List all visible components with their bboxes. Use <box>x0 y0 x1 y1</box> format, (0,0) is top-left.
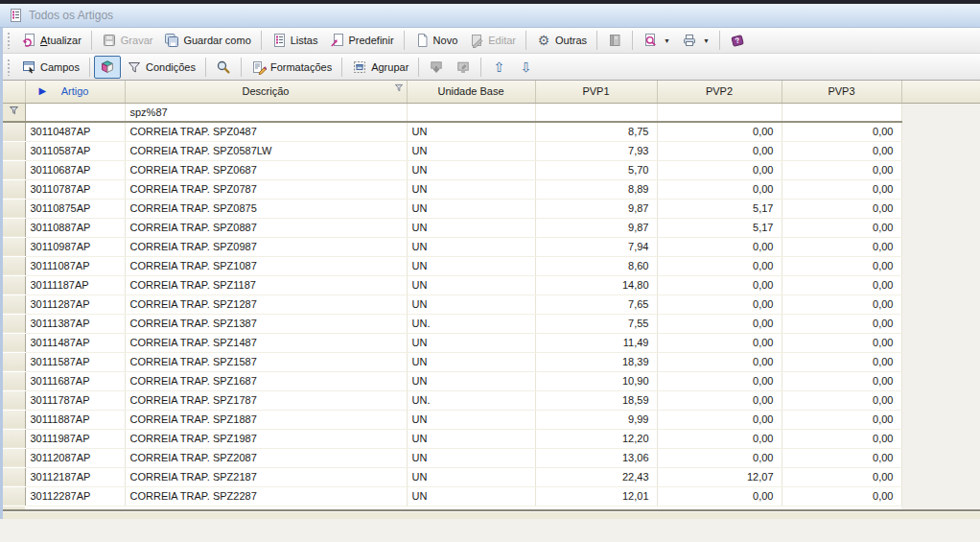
pvp2-cell[interactable]: 0,00 <box>657 448 782 467</box>
artigo-cell[interactable]: 30110587AP <box>25 141 125 160</box>
unidade-cell[interactable]: UN <box>407 410 535 429</box>
pvp3-cell[interactable]: 0,00 <box>782 256 901 275</box>
pvp2-cell[interactable]: 5,17 <box>657 199 782 218</box>
pvp2-cell[interactable]: 0,00 <box>657 141 782 160</box>
artigo-cell[interactable]: 30110487AP <box>25 122 125 141</box>
unidade-cell[interactable]: UN <box>407 160 535 179</box>
column-header-unidade[interactable]: Unidade Base <box>407 81 535 103</box>
descricao-cell[interactable]: CORREIA TRAP. SPZ1787 <box>125 390 407 410</box>
artigo-cell[interactable]: 30112187AP <box>25 467 125 486</box>
unidade-cell[interactable]: UN <box>407 448 535 467</box>
table-row[interactable]: 30111587AP CORREIA TRAP. SPZ1587 UN 18,3… <box>3 352 980 371</box>
pvp1-cell[interactable]: 7,93 <box>535 141 657 160</box>
table-row[interactable]: 30111987AP CORREIA TRAP. SPZ1987 UN 12,2… <box>3 429 980 448</box>
guardar-como-button[interactable]: Guardar como <box>158 29 256 52</box>
descricao-cell[interactable]: CORREIA TRAP. SPZ0587LW <box>125 141 407 160</box>
table-row[interactable]: 30110875AP CORREIA TRAP. SPZ0875 UN 9,87… <box>3 199 980 218</box>
print-preview-button[interactable]: ▼ <box>637 29 676 52</box>
descricao-cell[interactable]: CORREIA TRAP. SPZ1887 <box>125 410 407 429</box>
unidade-cell[interactable]: UN. <box>407 314 535 333</box>
descricao-cell[interactable]: CORREIA TRAP. SPZ0987 <box>125 237 407 256</box>
row-indicator[interactable] <box>3 486 25 506</box>
condicoes-button[interactable]: Condições <box>121 56 201 79</box>
filter-pvp3-cell[interactable] <box>782 103 901 122</box>
descricao-cell[interactable]: CORREIA TRAP. SPZ1687 <box>125 371 407 390</box>
pvp1-cell[interactable]: 18,59 <box>535 390 657 410</box>
table-row[interactable]: 30110887AP CORREIA TRAP. SPZ0887 UN 9,87… <box>3 218 980 237</box>
table-row[interactable]: 30111387AP CORREIA TRAP. SPZ1387 UN. 7,5… <box>3 314 980 333</box>
toolbar-gripper[interactable] <box>7 32 12 49</box>
artigo-cell[interactable]: 30111587AP <box>25 352 125 371</box>
unidade-cell[interactable]: UN <box>407 237 535 256</box>
artigo-cell[interactable]: 30111187AP <box>25 275 125 295</box>
pvp3-cell[interactable]: 0,00 <box>782 390 901 410</box>
artigo-cell[interactable]: 30110887AP <box>25 218 125 237</box>
pvp1-cell[interactable]: 12,20 <box>535 429 657 448</box>
table-row[interactable]: 30111787AP CORREIA TRAP. SPZ1787 UN. 18,… <box>3 390 980 410</box>
move-up-button[interactable]: ⇧ <box>485 56 512 79</box>
unidade-cell[interactable]: UN <box>407 141 535 160</box>
unidade-cell[interactable]: UN <box>407 429 535 448</box>
unidade-cell[interactable]: UN <box>407 486 535 506</box>
pvp3-cell[interactable]: 0,00 <box>782 295 901 314</box>
row-indicator[interactable] <box>3 467 25 486</box>
table-row[interactable]: 30111887AP CORREIA TRAP. SPZ1887 UN 9,99… <box>3 410 980 429</box>
column-filter-icon[interactable] <box>394 83 404 95</box>
predefinir-button[interactable]: Predefinir <box>324 29 400 52</box>
unidade-cell[interactable]: UN <box>407 295 535 314</box>
archive-button[interactable] <box>601 29 628 52</box>
pvp3-cell[interactable]: 0,00 <box>782 448 901 467</box>
move-down-button[interactable]: ⇩ <box>512 56 539 79</box>
novo-button[interactable]: Novo <box>408 29 464 52</box>
pvp3-cell[interactable]: 0,00 <box>782 371 901 390</box>
artigo-cell[interactable]: 30110987AP <box>25 237 125 256</box>
descricao-cell[interactable]: CORREIA TRAP. SPZ0687 <box>125 160 407 179</box>
artigo-cell[interactable]: 30111387AP <box>25 314 125 333</box>
artigo-cell[interactable]: 30111487AP <box>25 333 125 352</box>
gravar-button[interactable]: Gravar <box>96 29 159 52</box>
pvp1-cell[interactable]: 12,01 <box>535 486 657 506</box>
pvp2-cell[interactable]: 0,00 <box>657 256 782 275</box>
pvp2-cell[interactable]: 5,17 <box>657 218 782 237</box>
row-indicator[interactable] <box>3 429 25 448</box>
campos-button[interactable]: Campos <box>15 56 85 79</box>
pvp2-cell[interactable]: 0,00 <box>657 429 782 448</box>
row-indicator-header[interactable] <box>3 81 25 103</box>
pvp3-cell[interactable]: 0,00 <box>782 179 901 199</box>
column-header-pvp2[interactable]: PVP2 <box>657 81 782 103</box>
artigo-cell[interactable]: 30111987AP <box>25 429 125 448</box>
search-button[interactable] <box>210 56 237 79</box>
artigo-cell[interactable]: 30110687AP <box>25 160 125 179</box>
pvp1-cell[interactable]: 18,39 <box>535 352 657 371</box>
descricao-cell[interactable]: CORREIA TRAP. SPZ1987 <box>125 429 407 448</box>
row-indicator[interactable] <box>3 141 25 160</box>
pvp2-cell[interactable]: 0,00 <box>657 371 782 390</box>
agrupar-button[interactable]: Agrupar <box>346 56 414 79</box>
descricao-cell[interactable]: CORREIA TRAP. SPZ1487 <box>125 333 407 352</box>
row-indicator[interactable] <box>3 371 25 390</box>
unidade-cell[interactable]: UN <box>407 371 535 390</box>
pvp3-cell[interactable]: 0,00 <box>782 410 901 429</box>
pvp2-cell[interactable]: 0,00 <box>657 122 782 141</box>
pvp1-cell[interactable]: 22,43 <box>535 467 657 486</box>
artigo-cell[interactable]: 30111887AP <box>25 410 125 429</box>
table-row[interactable]: 30111687AP CORREIA TRAP. SPZ1687 UN 10,9… <box>3 371 980 390</box>
column-header-descricao[interactable]: Descrição <box>125 81 407 103</box>
artigo-cell[interactable]: 30112287AP <box>25 486 125 506</box>
descricao-cell[interactable]: CORREIA TRAP. SPZ0887 <box>125 218 407 237</box>
unidade-cell[interactable]: UN <box>407 256 535 275</box>
row-indicator[interactable] <box>3 352 25 371</box>
descricao-cell[interactable]: CORREIA TRAP. SPZ1187 <box>125 275 407 295</box>
pvp1-cell[interactable]: 8,75 <box>535 122 657 141</box>
pvp1-cell[interactable]: 9,99 <box>535 410 657 429</box>
column-header-pvp1[interactable]: PVP1 <box>535 81 657 103</box>
pvp2-cell[interactable]: 0,00 <box>657 237 782 256</box>
table-row[interactable]: 30110987AP CORREIA TRAP. SPZ0987 UN 7,94… <box>3 237 980 256</box>
unidade-cell[interactable]: UN <box>407 199 535 218</box>
table-row[interactable]: 30111287AP CORREIA TRAP. SPZ1287 UN 7,65… <box>3 295 980 314</box>
unidade-cell[interactable]: UN <box>407 218 535 237</box>
unidade-cell[interactable]: UN <box>407 333 535 352</box>
print-button[interactable]: ▼ <box>676 29 715 52</box>
formatacoes-button[interactable]: Formatações <box>245 56 338 79</box>
table-row[interactable]: 30110487AP CORREIA TRAP. SPZ0487 UN 8,75… <box>3 122 980 141</box>
